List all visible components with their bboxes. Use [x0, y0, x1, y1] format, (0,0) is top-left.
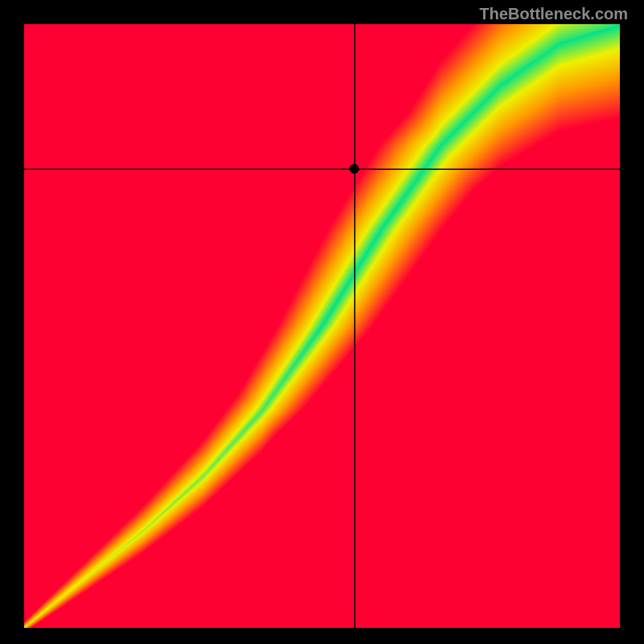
watermark-text: TheBottleneck.com	[480, 5, 628, 23]
bottleneck-heatmap	[24, 24, 620, 628]
chart-container: TheBottleneck.com	[0, 0, 644, 644]
